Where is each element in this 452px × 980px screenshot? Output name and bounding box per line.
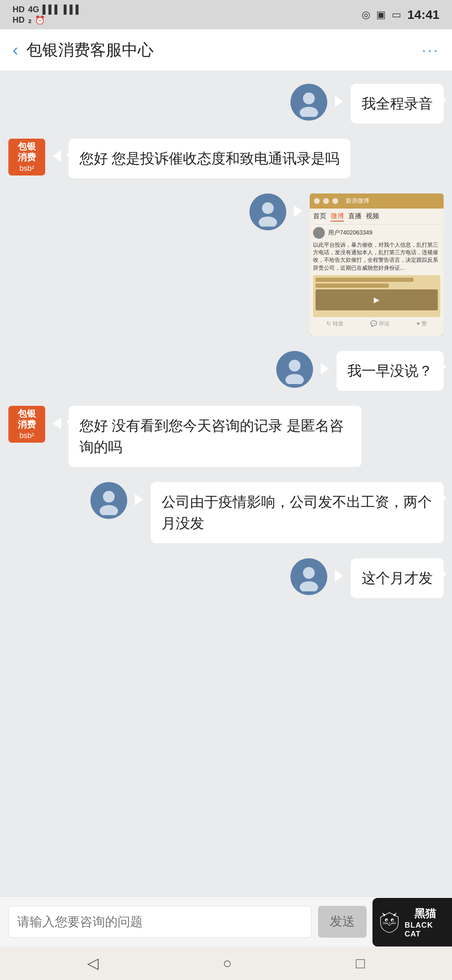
img-footer: ↻ 转发 💬 评论 ♥ 赞 [313,317,440,330]
svg-point-15 [392,920,394,921]
black-cat-text: 黑猫 BLACK CAT [405,906,446,939]
user-icon-4 [280,355,309,384]
message-row-2: 包银 消费 bsb² 您好 您是投诉催收态度和致电通讯录是吗 [8,139,444,178]
status-bar: HD 4G ▌▌▌ ▌▌▌ HD ₂ ⏰ ◎ ▣ ▭ 14:41 [0,0,452,29]
img-like: ♥ 赞 [416,320,426,328]
arrow-5 [53,418,61,429]
bot2-bsb: bsb² [19,431,34,441]
svg-point-0 [303,93,315,104]
chat-area: 我全程录音 包银 消费 bsb² 您好 您是投诉催收态度和致电通讯录是吗 [0,71,452,896]
nav-back-button[interactable]: ◁ [87,954,99,972]
user-icon-7 [294,562,324,591]
bubble-1: 我全程录音 [351,84,444,124]
svg-point-4 [289,360,300,371]
back-button[interactable]: ‹ [13,41,18,59]
bubble-6: 公司由于疫情影响，公司发不出工资，两个月没发 [151,482,444,543]
bot-line1: 包银 [18,141,36,152]
chat-input[interactable] [8,906,311,938]
img-bar-title: 新浪微博 [346,197,369,205]
send-button[interactable]: 发送 [318,906,367,938]
black-cat-icon [378,910,401,935]
arrow-4 [321,363,329,374]
image-bubble-3[interactable]: 新浪微博 首页 微博 直播 视频 用户7402063349 以此平台投诉，暴力催… [310,193,444,336]
svg-point-1 [300,107,318,117]
black-cat-english: BLACK CAT [405,921,446,939]
message-row-6: 公司由于疫情影响，公司发不出工资，两个月没发 [8,482,444,543]
svg-point-6 [103,491,115,503]
img-nav-video: 视频 [366,212,379,222]
img-comment: 💬 评论 [370,320,390,328]
img-nav-home: 首页 [313,212,326,222]
img-post-username: 用户7402063349 [328,229,372,237]
status-right: ◎ ▣ ▭ 14:41 [362,8,439,22]
ss-line-1 [316,278,413,282]
svg-point-7 [100,505,118,515]
bot-bsb: bsb² [19,164,34,173]
img-nav-weibo: 微博 [331,212,344,222]
alarm-icon: ⏰ [35,15,45,25]
svg-point-3 [259,217,277,227]
header-left: ‹ 包银消费客服中心 [13,39,154,61]
img-nav-live: 直播 [348,212,362,222]
header: ‹ 包银消费客服中心 ··· [0,29,452,71]
4g-label: 4G [28,5,39,14]
signal-bars-1: ▌▌▌ [43,5,61,14]
nav-recents-button[interactable]: □ [356,954,365,972]
bot2-line1: 包银 [18,408,36,419]
message-row-4: 我一早没说？ [8,351,444,391]
svg-point-9 [300,581,318,591]
bubble-4: 我一早没说？ [336,351,444,391]
img-forward: ↻ 转发 [326,320,344,328]
black-cat-badge[interactable]: 黑猫 BLACK CAT [372,898,452,946]
arrow-6 [135,494,143,505]
img-screenshot: ▶ [313,275,440,317]
message-row-3: 新浪微博 首页 微博 直播 视频 用户7402063349 以此平台投诉，暴力催… [8,193,444,336]
message-row-7: 这个月才发 [8,558,444,598]
status-network-bottom: HD ₂ ⏰ [13,15,82,25]
user-avatar-7 [290,558,327,595]
user-avatar-3 [249,193,286,230]
hd-label: HD [13,5,25,14]
msg-text-4: 我一早没说？ [347,363,433,379]
bot-avatar-2: 包银 消费 bsb² [8,406,45,443]
battery-icon: ▭ [392,9,401,21]
svg-point-5 [285,374,304,384]
black-cat-chinese: 黑猫 [414,906,436,921]
img-video-thumb: ▶ [316,289,438,310]
bubble-5: 您好 没有看到您今天咨询的记录 是匿名咨询的吗 [69,406,362,467]
message-row-1: 我全程录音 [8,84,444,124]
user-icon-1 [294,88,324,117]
svg-point-16 [389,922,390,923]
location-icon: ◎ [362,9,370,21]
more-button[interactable]: ··· [422,41,439,59]
message-row-5: 包银 消费 bsb² 您好 没有看到您今天咨询的记录 是匿名咨询的吗 [8,406,444,467]
bottom-nav: ◁ ○ □ [0,946,452,980]
arrow-7 [335,570,343,582]
hd2-label: HD [13,15,25,25]
svg-point-2 [262,202,274,214]
bot-avatar-1: 包银 消费 bsb² [8,139,45,175]
user-avatar-6 [90,482,127,519]
img-post-text: 以此平台投诉，暴力催收，对我个人信息，乱打第三方电话，发没有通知本人，乱打第三方… [313,241,440,272]
msg-text-6: 公司由于疫情影响，公司发不出工资，两个月没发 [162,494,432,531]
hd2-num: ₂ [28,15,31,25]
ss-line-2 [316,284,389,288]
bubble-7: 这个月才发 [351,558,444,598]
msg-text-1: 我全程录音 [362,95,433,111]
nav-home-button[interactable]: ○ [223,954,232,972]
user-avatar-4 [276,351,313,388]
img-content: 首页 微博 直播 视频 用户7402063349 以此平台投诉，暴力催收，对我个… [310,209,444,336]
page-title: 包银消费客服中心 [26,39,154,61]
img-btn-2 [323,198,329,204]
user-icon-6 [94,486,123,515]
user-icon-3 [253,197,282,227]
status-network-top: HD 4G ▌▌▌ ▌▌▌ [13,5,82,14]
img-post-avatar [313,227,325,239]
img-btn-3 [332,198,338,204]
arrow-3 [294,205,302,217]
msg-text-2: 您好 您是投诉催收态度和致电通讯录是吗 [80,150,339,166]
img-btn-1 [314,198,320,204]
svg-point-14 [386,920,388,921]
status-time: 14:41 [407,8,439,22]
img-nav: 首页 微博 直播 视频 [313,212,440,224]
